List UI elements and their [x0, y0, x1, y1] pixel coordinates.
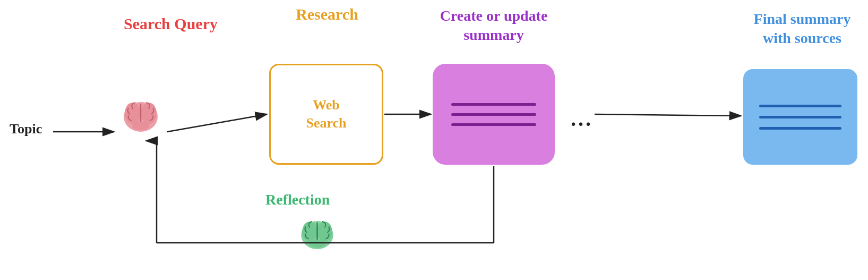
dots-label: ...	[571, 106, 593, 131]
svg-point-6	[302, 222, 317, 242]
final-line-2	[759, 116, 841, 118]
web-search-box: Web Search	[269, 64, 383, 165]
final-line-3	[759, 127, 841, 130]
reflection-label: Reflection	[265, 191, 330, 208]
summary-line-2	[451, 113, 536, 116]
brain-research-icon	[117, 93, 165, 147]
diagram: Topic Search Query Research Web Search	[0, 0, 868, 280]
svg-point-9	[309, 240, 325, 248]
summary-line-1	[451, 103, 536, 106]
web-search-label: Web Search	[306, 96, 346, 132]
arrow-dots-final	[595, 114, 741, 116]
summary-line-3	[451, 123, 536, 126]
topic-label: Topic	[10, 121, 42, 137]
arrow-brain-websearch	[167, 114, 267, 132]
final-line-1	[759, 105, 841, 107]
final-summary-label: Final summary with sources	[745, 10, 859, 48]
search-query-label: Search Query	[110, 15, 231, 33]
svg-point-2	[141, 103, 157, 124]
brain-reflection-icon	[295, 213, 340, 264]
svg-point-1	[125, 103, 141, 124]
svg-point-7	[317, 222, 332, 242]
summary-box	[433, 64, 555, 165]
research-label: Research	[269, 5, 385, 23]
final-box	[743, 69, 857, 165]
svg-point-4	[132, 122, 149, 130]
create-summary-label: Create or update summary	[433, 6, 555, 45]
